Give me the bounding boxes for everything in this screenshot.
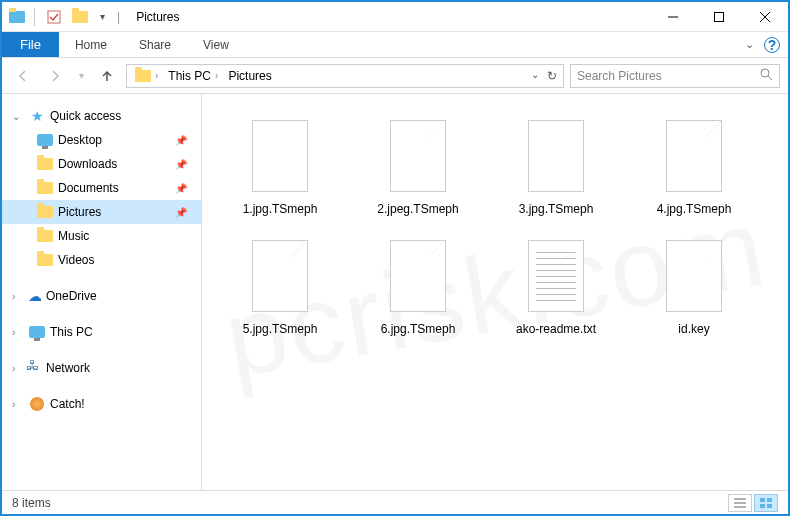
minimize-button[interactable] — [650, 2, 696, 32]
generic-file-icon — [384, 116, 452, 196]
sidebar-item-label: Downloads — [58, 157, 117, 171]
sidebar-item-pictures[interactable]: Pictures📌 — [2, 200, 201, 224]
address-dropdown-icon[interactable]: ⌄ — [531, 69, 539, 83]
sidebar-item-label: Catch! — [50, 397, 85, 411]
qat-customize-icon[interactable]: ▾ — [95, 6, 109, 28]
close-button[interactable] — [742, 2, 788, 32]
svg-rect-13 — [767, 504, 772, 508]
breadcrumb-this-pc[interactable]: This PC› — [164, 69, 222, 83]
file-item[interactable]: id.key — [632, 230, 756, 344]
svg-line-6 — [768, 76, 772, 80]
sidebar-item-desktop[interactable]: Desktop📌 — [2, 128, 201, 152]
window-controls — [650, 2, 788, 32]
ribbon-expand-icon[interactable]: ⌄ — [745, 38, 754, 51]
view-details-button[interactable] — [728, 494, 752, 512]
folder-icon — [36, 155, 54, 173]
chevron-right-icon[interactable]: › — [12, 399, 24, 410]
generic-file-icon — [246, 116, 314, 196]
breadcrumb-pictures[interactable]: Pictures — [224, 69, 275, 83]
body: ⌄ ★ Quick access Desktop📌Downloads📌Docum… — [2, 94, 788, 490]
network-icon — [28, 361, 42, 375]
address-bar[interactable]: › This PC› Pictures ⌄ ↻ — [126, 64, 564, 88]
file-item[interactable]: 1.jpg.TSmeph — [218, 110, 342, 224]
sidebar-item-thispc[interactable]: ›This PC — [2, 320, 201, 344]
sidebar: ⌄ ★ Quick access Desktop📌Downloads📌Docum… — [2, 94, 202, 490]
refresh-icon[interactable]: ↻ — [547, 69, 557, 83]
chevron-right-icon[interactable]: › — [12, 327, 24, 338]
view-icons-button[interactable] — [754, 494, 778, 512]
folder-icon — [36, 251, 54, 269]
pin-icon: 📌 — [175, 135, 187, 146]
pin-icon: 📌 — [175, 183, 187, 194]
help-icon[interactable]: ? — [764, 37, 780, 53]
chevron-right-icon[interactable]: › — [12, 363, 24, 374]
status-count: 8 items — [12, 496, 51, 510]
generic-file-icon — [660, 116, 728, 196]
sidebar-item-label: Music — [58, 229, 89, 243]
tab-view[interactable]: View — [187, 32, 245, 57]
file-item[interactable]: ako-readme.txt — [494, 230, 618, 344]
search-icon[interactable] — [759, 67, 773, 84]
tab-home[interactable]: Home — [59, 32, 123, 57]
search-placeholder: Search Pictures — [577, 69, 662, 83]
svg-rect-11 — [767, 498, 772, 502]
qat-separator — [34, 8, 35, 26]
svg-rect-0 — [48, 11, 60, 23]
sidebar-item-label: Documents — [58, 181, 119, 195]
qat-properties-icon[interactable] — [43, 6, 65, 28]
explorer-app-icon[interactable] — [8, 8, 26, 26]
pin-icon: 📌 — [175, 207, 187, 218]
sidebar-item-music[interactable]: Music — [2, 224, 201, 248]
file-name-label: ako-readme.txt — [516, 322, 596, 338]
catch-icon — [28, 395, 46, 413]
back-button[interactable] — [10, 63, 36, 89]
chevron-down-icon[interactable]: ⌄ — [12, 111, 24, 122]
sidebar-item-downloads[interactable]: Downloads📌 — [2, 152, 201, 176]
titlebar: ▾ | Pictures — [2, 2, 788, 32]
content-pane[interactable]: pcrisk.com 1.jpg.TSmeph2.jpeg.TSmeph3.jp… — [202, 94, 788, 490]
chevron-right-icon[interactable]: › — [12, 291, 24, 302]
ribbon-right: ⌄ ? — [745, 32, 788, 57]
sidebar-item-documents[interactable]: Documents📌 — [2, 176, 201, 200]
qat-newfolder-icon[interactable] — [69, 6, 91, 28]
address-actions: ⌄ ↻ — [531, 69, 559, 83]
text-file-icon — [522, 236, 590, 316]
sidebar-item-onedrive[interactable]: ›☁OneDrive — [2, 284, 201, 308]
file-item[interactable]: 2.jpeg.TSmeph — [356, 110, 480, 224]
file-name-label: 2.jpeg.TSmeph — [377, 202, 458, 218]
file-name-label: 4.jpg.TSmeph — [657, 202, 732, 218]
tab-share[interactable]: Share — [123, 32, 187, 57]
file-item[interactable]: 5.jpg.TSmeph — [218, 230, 342, 344]
desktop-icon — [36, 131, 54, 149]
file-item[interactable]: 4.jpg.TSmeph — [632, 110, 756, 224]
file-item[interactable]: 6.jpg.TSmeph — [356, 230, 480, 344]
pin-icon: 📌 — [175, 159, 187, 170]
titlebar-left: ▾ | Pictures — [2, 6, 179, 28]
file-name-label: id.key — [678, 322, 709, 338]
file-name-label: 3.jpg.TSmeph — [519, 202, 594, 218]
monitor-icon — [28, 323, 46, 341]
file-item[interactable]: 3.jpg.TSmeph — [494, 110, 618, 224]
svg-rect-10 — [760, 498, 765, 502]
breadcrumb-root-icon[interactable]: › — [131, 70, 162, 82]
generic-file-icon — [522, 116, 590, 196]
sidebar-item-catch[interactable]: ›Catch! — [2, 392, 201, 416]
forward-button[interactable] — [42, 63, 68, 89]
title-divider: | — [117, 10, 120, 24]
sidebar-item-label: Pictures — [58, 205, 101, 219]
sidebar-item-label: Desktop — [58, 133, 102, 147]
file-name-label: 5.jpg.TSmeph — [243, 322, 318, 338]
view-switcher — [728, 494, 778, 512]
sidebar-item-videos[interactable]: Videos — [2, 248, 201, 272]
up-button[interactable] — [94, 63, 120, 89]
search-input[interactable]: Search Pictures — [570, 64, 780, 88]
svg-point-5 — [761, 69, 769, 77]
file-tab[interactable]: File — [2, 32, 59, 57]
recent-dropdown-icon[interactable]: ▾ — [74, 63, 88, 89]
ribbon: File Home Share View ⌄ ? — [2, 32, 788, 58]
sidebar-item-label: OneDrive — [46, 289, 97, 303]
sidebar-item-network[interactable]: ›Network — [2, 356, 201, 380]
sidebar-quick-access[interactable]: ⌄ ★ Quick access — [2, 104, 201, 128]
maximize-button[interactable] — [696, 2, 742, 32]
generic-file-icon — [660, 236, 728, 316]
